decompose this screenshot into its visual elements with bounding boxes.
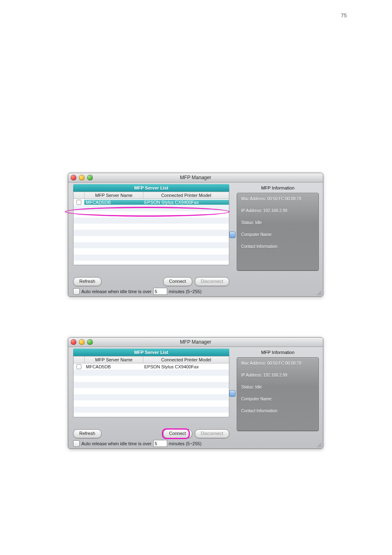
mac-value: 00:50:FC:00:08:78 (267, 197, 301, 201)
table-row[interactable] (74, 254, 229, 261)
table-row[interactable] (74, 376, 229, 382)
column-server-name[interactable]: MFP Server Name (85, 356, 143, 363)
table-header[interactable]: MFP Server Name Connected Printer Model (74, 356, 229, 363)
window-title: MFP Manager (68, 338, 323, 347)
contact-label: Contact Information: (241, 244, 278, 249)
svg-line-5 (321, 446, 321, 447)
table-body: MFCAD5DB EPSON Stylus CX9400Fax (74, 363, 229, 417)
scrollbar-thumb[interactable] (229, 390, 235, 397)
table-row[interactable] (74, 236, 229, 242)
info-title: MFP Information (237, 184, 319, 193)
mfp-manager-window-2: MFP Manager MFP Server List MFP Server N… (68, 337, 323, 449)
auto-release-checkbox[interactable] (73, 288, 80, 295)
auto-release-row: Auto release when idle time is over minu… (73, 440, 229, 447)
table-row[interactable] (74, 248, 229, 254)
table-row[interactable] (74, 217, 229, 224)
status-label: Status: (241, 220, 254, 225)
ip-value: 192.168.2.99 (263, 208, 287, 213)
cell-printer-model: EPSON Stylus CX9400Fax (143, 200, 229, 205)
table-row[interactable] (74, 400, 229, 407)
connect-button[interactable]: Connect (163, 277, 192, 286)
button-row: Refresh Connect Disconnect (73, 429, 229, 438)
connect-button[interactable]: Connect (163, 429, 192, 438)
scrollbar-thumb[interactable] (229, 231, 235, 238)
idle-minutes-input[interactable] (153, 288, 167, 295)
table-row[interactable] (74, 407, 229, 413)
server-list-panel: MFP Server List MFP Server Name Connecte… (73, 349, 229, 417)
auto-release-checkbox[interactable] (73, 440, 80, 447)
resize-grip-icon[interactable] (316, 442, 322, 448)
resize-grip-icon[interactable] (316, 290, 322, 296)
column-printer-model[interactable]: Connected Printer Model (143, 356, 229, 363)
auto-release-suffix: minutes (5~255) (169, 441, 202, 446)
server-list-title: MFP Server List (73, 184, 229, 192)
server-list-panel: MFP Server List MFP Server Name Connecte… (73, 184, 229, 265)
ip-value: 192.168.2.99 (263, 373, 287, 377)
table-row[interactable] (74, 388, 229, 394)
table-header[interactable]: MFP Server Name Connected Printer Model (74, 192, 229, 199)
mac-label: Mac Address: (241, 361, 266, 365)
table-row[interactable]: MFCAD5DB EPSON Stylus CX9400Fax (74, 199, 229, 205)
svg-line-2 (321, 294, 321, 295)
auto-release-label: Auto release when idle time is over (81, 289, 152, 294)
button-row: Refresh Connect Disconnect (73, 277, 229, 286)
status-value: Idle (255, 385, 262, 389)
cell-server-name: MFCAD5DB (84, 364, 143, 369)
page-number: 75 (341, 12, 347, 18)
server-table: MFP Server Name Connected Printer Model … (73, 356, 229, 417)
computer-label: Computer Name: (241, 232, 272, 237)
refresh-button[interactable]: Refresh (73, 429, 101, 438)
mfp-manager-window-1: MFP Manager MFP Server List MFP Server N… (68, 173, 323, 297)
table-row[interactable]: MFCAD5DB EPSON Stylus CX9400Fax (74, 363, 229, 370)
table-row[interactable] (74, 370, 229, 376)
titlebar[interactable]: MFP Manager (68, 173, 323, 183)
idle-minutes-input[interactable] (153, 440, 167, 447)
window-title: MFP Manager (68, 173, 323, 182)
server-list-title: MFP Server List (73, 349, 229, 356)
disconnect-button[interactable]: Disconnect (195, 429, 229, 438)
server-table: MFP Server Name Connected Printer Model … (73, 192, 229, 265)
info-box: Mac Address: 00:50:FC:00:08:78 IP Addres… (237, 357, 319, 431)
table-row[interactable] (74, 224, 229, 230)
info-box: Mac Address: 00:50:FC:00:08:78 IP Addres… (237, 193, 319, 271)
row-checkbox[interactable] (76, 200, 81, 205)
status-label: Status: (241, 385, 254, 389)
cell-printer-model: EPSON Stylus CX9400Fax (143, 364, 229, 369)
cell-server-name: MFCAD5DB (84, 200, 143, 205)
table-row[interactable] (74, 230, 229, 236)
table-row[interactable] (74, 211, 229, 217)
auto-release-suffix: minutes (5~255) (169, 289, 202, 294)
table-body: MFCAD5DB EPSON Stylus CX9400Fax (74, 199, 229, 265)
table-row[interactable] (74, 205, 229, 211)
row-checkbox[interactable] (76, 364, 81, 369)
info-panel: MFP Information Mac Address: 00:50:FC:00… (237, 184, 319, 271)
auto-release-label: Auto release when idle time is over (81, 441, 152, 446)
table-row[interactable] (74, 394, 229, 400)
column-check[interactable] (74, 356, 85, 363)
column-server-name[interactable]: MFP Server Name (85, 192, 143, 199)
mac-label: Mac Address: (241, 197, 266, 201)
column-check[interactable] (74, 192, 85, 199)
computer-label: Computer Name: (241, 397, 272, 401)
table-row[interactable] (74, 382, 229, 388)
info-title: MFP Information (237, 349, 319, 357)
mac-value: 00:50:FC:00:08:78 (267, 361, 301, 365)
ip-label: IP Address: (241, 208, 262, 213)
auto-release-row: Auto release when idle time is over minu… (73, 288, 229, 295)
disconnect-button[interactable]: Disconnect (195, 277, 229, 286)
status-value: Idle (255, 220, 262, 225)
ip-label: IP Address: (241, 373, 262, 377)
table-row[interactable] (74, 242, 229, 248)
contact-label: Contact Information: (241, 409, 278, 413)
info-panel: MFP Information Mac Address: 00:50:FC:00… (237, 349, 319, 431)
refresh-button[interactable]: Refresh (73, 277, 101, 286)
column-printer-model[interactable]: Connected Printer Model (143, 192, 229, 199)
titlebar[interactable]: MFP Manager (68, 338, 323, 347)
